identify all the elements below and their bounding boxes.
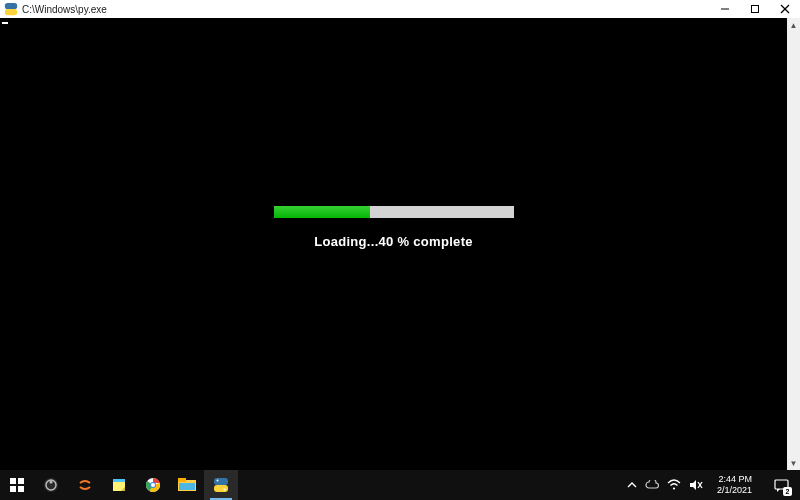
svg-rect-21 [178, 478, 186, 482]
taskbar: 2:44 PM 2/1/2021 2 [0, 470, 800, 500]
svg-rect-8 [10, 486, 16, 492]
svg-point-26 [224, 489, 226, 491]
window-title: C:\Windows\py.exe [22, 4, 107, 15]
svg-rect-3 [752, 6, 759, 13]
tray-onedrive[interactable] [645, 470, 659, 500]
svg-point-19 [151, 483, 155, 487]
text-cursor [2, 22, 8, 24]
clock-time: 2:44 PM [718, 474, 752, 485]
svg-rect-23 [214, 478, 228, 485]
window-controls [710, 0, 800, 18]
scroll-down-arrow-icon[interactable]: ▼ [787, 456, 800, 470]
loading-prefix: Loading... [314, 234, 378, 249]
scroll-up-arrow-icon[interactable]: ▲ [787, 18, 800, 32]
close-button[interactable] [770, 0, 800, 18]
taskbar-clock[interactable]: 2:44 PM 2/1/2021 [711, 474, 758, 496]
cloud-icon [645, 480, 659, 490]
svg-rect-16 [113, 479, 125, 482]
wifi-icon [667, 479, 681, 491]
chrome-icon [145, 477, 161, 493]
file-explorer-icon [178, 478, 196, 492]
svg-marker-32 [777, 489, 780, 492]
tray-volume[interactable] [689, 470, 703, 500]
svg-point-12 [49, 480, 52, 483]
python-icon [213, 477, 229, 493]
svg-rect-6 [10, 478, 16, 484]
jupyter-icon [77, 477, 93, 493]
maximize-button[interactable] [740, 0, 770, 18]
minimize-button[interactable] [710, 0, 740, 18]
loading-widget: Loading...40 % complete [274, 206, 514, 249]
svg-rect-7 [18, 478, 24, 484]
sticky-notes-icon [111, 477, 127, 493]
tray-overflow-button[interactable] [627, 470, 637, 500]
progress-bar [274, 206, 514, 218]
scrollbar-track[interactable] [787, 32, 800, 456]
loading-text: Loading...40 % complete [274, 234, 514, 249]
window-titlebar: C:\Windows\py.exe [0, 0, 800, 18]
console-client-area[interactable]: Loading...40 % complete [0, 18, 787, 470]
chevron-up-icon [627, 480, 637, 490]
svg-rect-22 [179, 483, 195, 490]
system-tray: 2:44 PM 2/1/2021 2 [623, 470, 800, 500]
svg-rect-24 [214, 485, 228, 492]
taskbar-item-chrome[interactable] [136, 470, 170, 500]
loading-percent: 40 [379, 234, 394, 249]
vertical-scrollbar[interactable]: ▲ ▼ [787, 18, 800, 470]
obs-icon [43, 477, 59, 493]
taskbar-item-obs[interactable] [34, 470, 68, 500]
start-button[interactable] [0, 470, 34, 500]
taskbar-item-file-explorer[interactable] [170, 470, 204, 500]
taskbar-item-jupyter[interactable] [68, 470, 102, 500]
tray-wifi[interactable] [667, 470, 681, 500]
action-center-button[interactable]: 2 [766, 470, 796, 500]
progress-bar-fill [274, 206, 370, 218]
svg-point-25 [217, 480, 219, 482]
svg-marker-28 [690, 480, 696, 490]
taskbar-item-sticky-notes[interactable] [102, 470, 136, 500]
taskbar-item-python[interactable] [204, 470, 238, 500]
loading-suffix: % complete [394, 234, 473, 249]
svg-rect-0 [5, 3, 17, 9]
svg-rect-1 [5, 9, 17, 15]
windows-logo-icon [10, 478, 24, 492]
clock-date: 2/1/2021 [717, 485, 752, 496]
volume-muted-icon [689, 479, 703, 491]
notification-badge: 2 [783, 487, 792, 496]
python-launcher-icon [4, 2, 18, 16]
svg-point-27 [673, 487, 675, 489]
svg-rect-9 [18, 486, 24, 492]
